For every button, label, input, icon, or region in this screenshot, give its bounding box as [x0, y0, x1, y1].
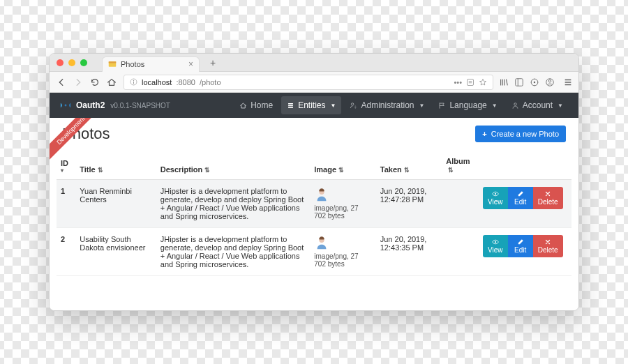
reader-mode-icon[interactable] [466, 78, 474, 86]
chevron-down-icon: ▼ [558, 103, 563, 109]
nav-entities[interactable]: Entities ▼ [281, 96, 341, 114]
cell-description: JHipster is a development platform to ge… [156, 180, 310, 228]
th-id[interactable]: ID ▾ [57, 151, 75, 180]
flag-icon [438, 102, 446, 109]
chevron-down-icon: ▼ [331, 103, 336, 109]
sidebar-icon[interactable] [514, 77, 524, 87]
sort-icon: ⇅ [448, 167, 454, 174]
th-actions [479, 151, 571, 180]
th-album[interactable]: Album⇅ [442, 151, 478, 180]
tab-close-icon[interactable]: × [188, 59, 193, 69]
create-photo-label: Create a new Photo [491, 130, 559, 138]
th-taken-label: Taken [380, 165, 402, 174]
cell-description: JHipster is a development platform to ge… [156, 228, 310, 276]
address-bar[interactable]: localhost:8080/photo ••• [124, 75, 493, 90]
th-description[interactable]: Description⇅ [156, 151, 310, 180]
svg-rect-4 [133, 82, 134, 84]
nav-home[interactable]: Home [234, 96, 278, 114]
url-port: :8080 [176, 78, 195, 86]
table-row: 1 Yuan Renminbi Centers JHipster is a de… [57, 180, 571, 228]
window-titlebar: Photos × + [50, 54, 578, 72]
view-button[interactable]: View [483, 187, 508, 209]
image-meta: image/png, 27 702 bytes [314, 252, 371, 268]
svg-point-23 [514, 103, 516, 105]
cell-taken: Jun 20, 2019, 12:47:28 PM [376, 180, 442, 228]
cell-id[interactable]: 1 [57, 180, 75, 228]
edit-button[interactable]: Edit [508, 235, 533, 257]
svg-point-11 [534, 81, 535, 82]
browser-toolbar: localhost:8080/photo ••• [50, 72, 578, 93]
svg-point-22 [355, 106, 356, 107]
back-button[interactable] [55, 76, 68, 89]
th-title-label: Title [80, 165, 95, 174]
window-close-traffic-light[interactable] [57, 59, 63, 66]
view-button[interactable]: View [483, 235, 508, 257]
list-icon [287, 102, 294, 109]
sort-desc-icon: ▾ [61, 167, 71, 174]
window-minimize-traffic-light[interactable] [68, 59, 75, 66]
th-image[interactable]: Image⇅ [310, 151, 375, 180]
browser-window: Photos × + localhost:8080/photo • [49, 53, 579, 311]
brand-logo-icon [59, 102, 72, 109]
sort-icon: ⇅ [404, 167, 410, 174]
user-cog-icon [350, 102, 357, 109]
cell-album [442, 228, 478, 276]
photo-thumbnail-icon [314, 235, 329, 250]
cell-actions: View Edit Delete [479, 228, 571, 276]
nav-account-label: Account [523, 100, 553, 110]
svg-point-27 [495, 241, 496, 243]
new-tab-button[interactable]: + [210, 57, 216, 68]
bookmark-star-icon[interactable] [479, 78, 487, 86]
delete-button[interactable]: Delete [533, 235, 563, 257]
photos-table: ID ▾ Title⇅ Description⇅ Image⇅ Taken⇅ [57, 151, 571, 276]
profile-icon[interactable] [545, 77, 555, 87]
url-path: /photo [200, 78, 221, 86]
th-description-label: Description [160, 165, 203, 174]
nav-admin[interactable]: Administration ▼ [344, 96, 430, 114]
home-button[interactable] [105, 76, 118, 89]
cell-id[interactable]: 2 [57, 228, 75, 276]
nav-language-label: Language [449, 100, 486, 110]
cell-title: Usability South Dakota envisioneer [75, 228, 156, 276]
browser-tab[interactable]: Photos × [102, 56, 200, 72]
menu-icon[interactable] [563, 77, 573, 87]
th-title[interactable]: Title⇅ [75, 151, 156, 180]
window-zoom-traffic-light[interactable] [80, 59, 87, 66]
svg-point-21 [352, 103, 354, 105]
image-meta: image/png, 27 702 bytes [314, 204, 371, 220]
cell-image: image/png, 27 702 bytes [310, 180, 375, 228]
table-row: 2 Usability South Dakota envisioneer JHi… [57, 228, 571, 276]
chevron-down-icon: ▼ [419, 103, 424, 109]
delete-button[interactable]: Delete [533, 187, 563, 209]
th-taken[interactable]: Taken⇅ [376, 151, 442, 180]
nav-entities-label: Entities [298, 100, 325, 110]
edit-button[interactable]: Edit [508, 187, 533, 209]
page-content: Development Photos + Create a new Photo … [50, 118, 578, 310]
sort-icon: ⇅ [338, 167, 344, 174]
brand-name: Oauth2 [76, 100, 105, 110]
cell-title: Yuan Renminbi Centers [75, 180, 156, 228]
cell-image: image/png, 27 702 bytes [310, 228, 375, 276]
photo-thumbnail-icon [314, 187, 329, 202]
nav-admin-label: Administration [361, 100, 414, 110]
nav-language[interactable]: Language ▼ [433, 96, 502, 114]
th-id-label: ID [61, 159, 68, 167]
svg-point-25 [495, 193, 496, 195]
create-photo-button[interactable]: + Create a new Photo [475, 126, 566, 142]
url-host: localhost [142, 78, 172, 86]
svg-point-3 [133, 80, 134, 81]
svg-point-13 [548, 79, 551, 82]
reload-button[interactable] [89, 76, 101, 89]
library-icon[interactable] [499, 77, 509, 87]
app-navbar: Oauth2 v0.0.1-SNAPSHOT Home Entities ▼ A… [50, 93, 578, 118]
extensions-icon[interactable] [530, 77, 539, 87]
svg-rect-8 [516, 78, 523, 86]
brand[interactable]: Oauth2 v0.0.1-SNAPSHOT [59, 100, 170, 110]
cell-album [442, 180, 478, 228]
page-actions-icon[interactable]: ••• [454, 78, 462, 86]
forward-button[interactable] [72, 76, 84, 89]
svg-rect-5 [468, 79, 474, 85]
th-album-label: Album [446, 157, 470, 165]
site-info-icon [130, 78, 137, 86]
nav-account[interactable]: Account ▼ [506, 96, 569, 114]
